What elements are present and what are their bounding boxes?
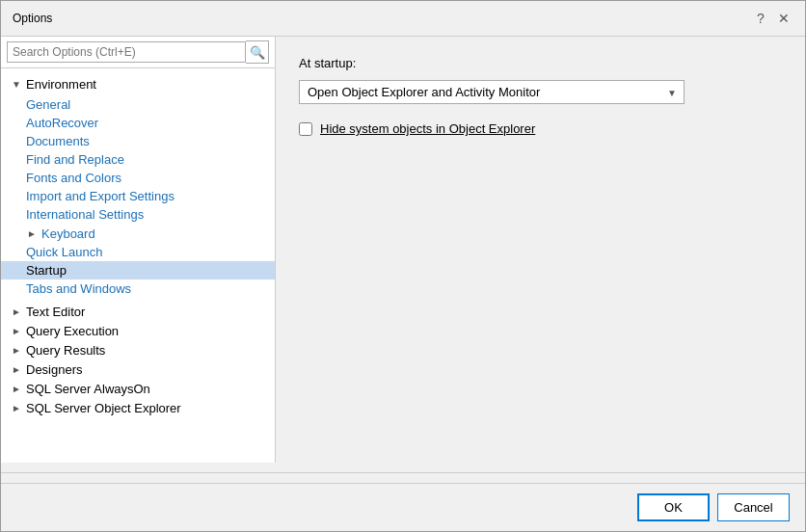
search-icon-button[interactable]: 🔍 — [246, 40, 269, 64]
tree-label-documents: Documents — [26, 134, 90, 148]
tree-label-tabs-windows: Tabs and Windows — [26, 281, 131, 296]
tree-label-text-editor: Text Editor — [26, 305, 85, 319]
tree-label-startup: Startup — [26, 263, 67, 278]
tree-label-environment: Environment — [26, 77, 96, 92]
at-startup-label: At startup: — [299, 56, 782, 70]
tree-row-query-execution[interactable]: ► Query Execution — [1, 321, 275, 340]
dialog-title: Options — [13, 12, 52, 25]
tree-label-query-results: Query Results — [26, 343, 105, 358]
hide-system-objects-label: Hide system objects in Object Explorer — [320, 121, 535, 136]
dialog-content: 🔍 ▼ Environment General AutoRecover — [1, 37, 805, 463]
expand-arrow-environment: ▼ — [9, 76, 24, 92]
tree-item-environment: ▼ Environment General AutoRecover Docume… — [1, 72, 275, 302]
tree-row-autorecover[interactable]: AutoRecover — [1, 114, 275, 132]
tree-label-designers: Designers — [26, 362, 83, 377]
tree-row-designers[interactable]: ► Designers — [1, 359, 275, 379]
tree-label-find-replace: Find and Replace — [26, 152, 124, 167]
tree-label-fonts-colors: Fonts and Colors — [26, 171, 121, 185]
tree-label-keyboard: Keyboard — [41, 226, 95, 241]
tree-row-text-editor[interactable]: ► Text Editor — [1, 302, 275, 321]
hide-system-objects-row: Hide system objects in Object Explorer — [299, 121, 782, 136]
tree-label-import-export: Import and Export Settings — [26, 189, 175, 203]
tree-row-startup[interactable]: Startup — [1, 261, 275, 279]
expand-arrow-text-editor: ► — [9, 304, 24, 319]
expand-arrow-sql-object-explorer: ► — [9, 400, 24, 415]
tree-row-international[interactable]: International Settings — [1, 205, 275, 224]
right-panel: At startup: Open Object Explorer and Act… — [276, 37, 805, 463]
expand-arrow-query-results: ► — [9, 342, 24, 358]
tree-row-keyboard[interactable]: ► Keyboard — [1, 224, 275, 243]
tree-label-sql-object-explorer: SQL Server Object Explorer — [26, 401, 181, 415]
expand-arrow-designers: ► — [9, 361, 24, 377]
expand-arrow-keyboard: ► — [24, 226, 40, 241]
tree-label-international: International Settings — [26, 207, 144, 222]
tree-label-general: General — [26, 97, 70, 112]
tree-row-find-replace[interactable]: Find and Replace — [1, 150, 275, 169]
ok-button[interactable]: OK — [637, 493, 710, 521]
tree-row-environment[interactable]: ▼ Environment — [1, 74, 275, 93]
close-button[interactable]: ✕ — [774, 9, 793, 28]
tree-label-query-execution: Query Execution — [26, 324, 119, 338]
bottom-bar: OK Cancel — [1, 483, 805, 531]
cancel-button[interactable]: Cancel — [717, 493, 790, 521]
tree-row-quick-launch[interactable]: Quick Launch — [1, 243, 275, 261]
startup-dropdown-row: Open Object Explorer and Activity Monito… — [299, 80, 782, 104]
options-dialog: Options ? ✕ 🔍 ▼ Environment — [0, 0, 806, 532]
tree-row-import-export[interactable]: Import and Export Settings — [1, 187, 275, 205]
hide-system-objects-checkbox[interactable] — [299, 122, 312, 136]
tree-row-documents[interactable]: Documents — [1, 132, 275, 150]
tree-row-general[interactable]: General — [1, 95, 275, 114]
tree-children-environment: General AutoRecover Documents Find and R… — [1, 93, 275, 300]
tree-view: ▼ Environment General AutoRecover Docume… — [1, 68, 275, 463]
tree-label-quick-launch: Quick Launch — [26, 245, 103, 259]
search-input[interactable] — [7, 41, 246, 63]
tree-row-sql-alwayson[interactable]: ► SQL Server AlwaysOn — [1, 379, 275, 398]
expand-arrow-sql-alwayson: ► — [9, 381, 24, 396]
bottom-divider — [1, 472, 805, 473]
startup-select-wrapper: Open Object Explorer and Activity Monito… — [299, 80, 685, 104]
tree-label-sql-alwayson: SQL Server AlwaysOn — [26, 382, 150, 396]
tree-row-fonts-colors[interactable]: Fonts and Colors — [1, 169, 275, 187]
left-panel: 🔍 ▼ Environment General AutoRecover — [1, 37, 276, 463]
help-button[interactable]: ? — [751, 9, 770, 28]
title-bar-controls: ? ✕ — [751, 9, 793, 28]
search-bar: 🔍 — [1, 37, 275, 68]
title-bar: Options ? ✕ — [1, 1, 805, 37]
startup-select[interactable]: Open Object Explorer and Activity Monito… — [299, 80, 685, 104]
tree-row-query-results[interactable]: ► Query Results — [1, 340, 275, 359]
hide-label-underlined: Hide system objects in Object Explorer — [320, 121, 535, 136]
tree-row-sql-object-explorer[interactable]: ► SQL Server Object Explorer — [1, 398, 275, 417]
tree-row-tabs-windows[interactable]: Tabs and Windows — [1, 279, 275, 298]
expand-arrow-query-execution: ► — [9, 323, 24, 338]
tree-label-autorecover: AutoRecover — [26, 116, 98, 130]
